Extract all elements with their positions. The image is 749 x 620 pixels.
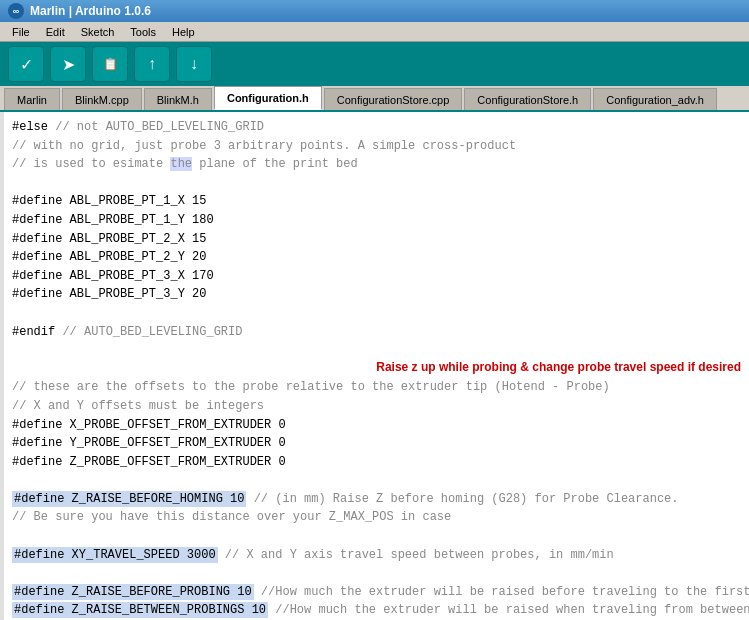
code-line-13: #define X_PROBE_OFFSET_FROM_EXTRUDER 0 [12, 416, 741, 435]
tabs-bar: Marlin BlinkM.cpp BlinkM.h Configuration… [0, 86, 749, 112]
save-button[interactable]: ↓ [176, 46, 212, 82]
code-line-blank5 [12, 471, 741, 490]
verify-button[interactable]: ✓ [8, 46, 44, 82]
code-line-16: #define Z_RAISE_BEFORE_HOMING 10 // (in … [12, 490, 741, 509]
annotation-text: Raise z up while probing & change probe … [376, 358, 741, 377]
code-line-1: #else // not AUTO_BED_LEVELING_GRID [12, 118, 741, 137]
tab-configurationstore-h[interactable]: ConfigurationStore.h [464, 88, 591, 110]
code-line-blank7 [12, 564, 741, 583]
code-line-blank3 [12, 341, 741, 360]
code-line-20: #define Z_RAISE_BETWEEN_PROBINGS 10 //Ho… [12, 601, 741, 620]
code-line-12: // X and Y offsets must be integers [12, 397, 741, 416]
open-button[interactable]: ↑ [134, 46, 170, 82]
tab-configuration-h[interactable]: Configuration.h [214, 86, 322, 110]
code-line-blank1 [12, 174, 741, 193]
menu-bar: File Edit Sketch Tools Help [0, 22, 749, 42]
tab-marlin[interactable]: Marlin [4, 88, 60, 110]
code-line-18: #define XY_TRAVEL_SPEED 3000 // X and Y … [12, 546, 741, 565]
code-line-3: // is used to esimate the plane of the p… [12, 155, 741, 174]
tab-blinkm-cpp[interactable]: BlinkM.cpp [62, 88, 142, 110]
code-line-2: // with no grid, just probe 3 arbitrary … [12, 137, 741, 156]
app-title: Marlin | Arduino 1.0.6 [30, 4, 151, 18]
code-line-blank2 [12, 304, 741, 323]
code-line-9: #define ABL_PROBE_PT_3_Y 20 [12, 285, 741, 304]
code-line-5: #define ABL_PROBE_PT_1_Y 180 [12, 211, 741, 230]
code-line-blank6 [12, 527, 741, 546]
code-line-4: #define ABL_PROBE_PT_1_X 15 [12, 192, 741, 211]
menu-edit[interactable]: Edit [38, 24, 73, 40]
app-logo: ∞ [8, 3, 24, 19]
code-line-6: #define ABL_PROBE_PT_2_X 15 [12, 230, 741, 249]
code-line-17: // Be sure you have this distance over y… [12, 508, 741, 527]
code-line-8: #define ABL_PROBE_PT_3_X 170 [12, 267, 741, 286]
title-bar: ∞ Marlin | Arduino 1.0.6 [0, 0, 749, 22]
tab-configuration-adv-h[interactable]: Configuration_adv.h [593, 88, 717, 110]
code-line-14: #define Y_PROBE_OFFSET_FROM_EXTRUDER 0 [12, 434, 741, 453]
code-line-15: #define Z_PROBE_OFFSET_FROM_EXTRUDER 0 [12, 453, 741, 472]
code-line-19: #define Z_RAISE_BEFORE_PROBING 10 //How … [12, 583, 741, 602]
menu-file[interactable]: File [4, 24, 38, 40]
code-line-10: #endif // AUTO_BED_LEVELING_GRID [12, 323, 741, 342]
toolbar: ✓ ➤ 📋 ↑ ↓ [0, 42, 749, 86]
code-editor[interactable]: #else // not AUTO_BED_LEVELING_GRID // w… [0, 112, 749, 620]
tab-configurationstore-cpp[interactable]: ConfigurationStore.cpp [324, 88, 463, 110]
menu-tools[interactable]: Tools [122, 24, 164, 40]
menu-sketch[interactable]: Sketch [73, 24, 123, 40]
upload-button[interactable]: ➤ [50, 46, 86, 82]
code-line-11: // these are the offsets to the probe re… [12, 378, 741, 397]
tab-blinkm-h[interactable]: BlinkM.h [144, 88, 212, 110]
menu-help[interactable]: Help [164, 24, 203, 40]
code-line-7: #define ABL_PROBE_PT_2_Y 20 [12, 248, 741, 267]
new-button[interactable]: 📋 [92, 46, 128, 82]
